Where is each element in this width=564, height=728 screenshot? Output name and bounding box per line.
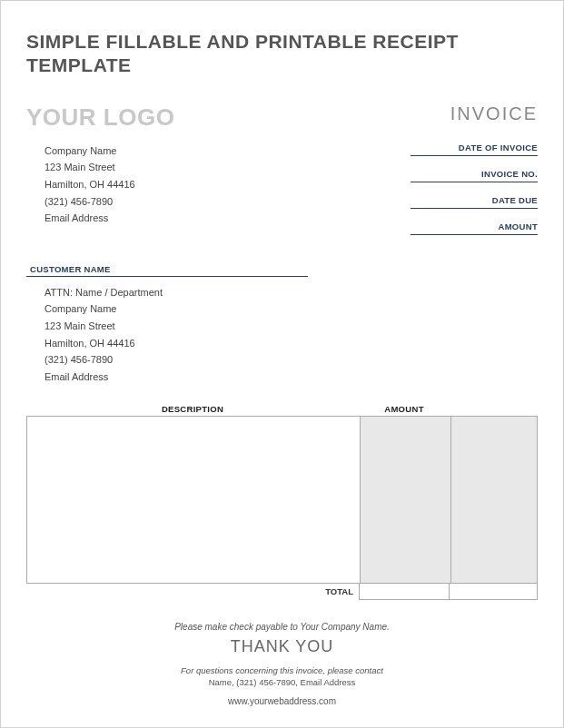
template-title: SIMPLE FILLABLE AND PRINTABLE RECEIPT TE… <box>26 30 538 78</box>
footer-thanks: THANK YOU <box>26 637 538 656</box>
header-row: YOUR LOGO INVOICE <box>26 103 538 132</box>
invoice-meta: DATE OF INVOICE INVOICE NO. DATE DUE AMO… <box>411 143 538 248</box>
meta-line <box>411 181 538 182</box>
column-extra <box>450 417 537 583</box>
logo-placeholder: YOUR LOGO <box>26 103 174 132</box>
table-headers: DESCRIPTION AMOUNT <box>26 404 538 414</box>
meta-amount: AMOUNT <box>411 221 538 235</box>
customer-block: ATTN: Name / Department Company Name 123… <box>26 284 538 386</box>
meta-line <box>411 154 538 156</box>
info-row: Company Name 123 Main Street Hamilton, O… <box>26 143 538 248</box>
company-email: Email Address <box>45 210 135 227</box>
footer-contact-info: Name, (321) 456-7890, Email Address <box>26 677 538 687</box>
invoice-label: INVOICE <box>450 103 538 124</box>
customer-attn: ATTN: Name / Department <box>45 284 538 301</box>
meta-date-due: DATE DUE <box>411 195 538 209</box>
customer-city: Hamilton, OH 44416 <box>45 335 538 352</box>
footer-payable: Please make check payable to Your Compan… <box>26 622 538 632</box>
column-amount <box>360 417 450 583</box>
total-extra-cell <box>450 584 538 600</box>
footer: Please make check payable to Your Compan… <box>26 622 538 706</box>
company-name: Company Name <box>45 143 135 160</box>
meta-line <box>411 233 538 235</box>
total-label: TOTAL <box>26 584 359 600</box>
meta-line <box>411 207 538 209</box>
footer-contact: For questions concerning this invoice, p… <box>26 665 538 675</box>
meta-label: INVOICE NO. <box>411 169 538 179</box>
meta-date-of-invoice: DATE OF INVOICE <box>411 143 538 156</box>
total-amount-cell <box>359 584 450 600</box>
column-description <box>27 417 360 583</box>
customer-company: Company Name <box>45 300 538 318</box>
meta-invoice-no: INVOICE NO. <box>411 169 538 182</box>
meta-label: DATE OF INVOICE <box>411 143 538 152</box>
company-street: 123 Main Street <box>45 159 135 176</box>
total-row: TOTAL <box>26 584 538 600</box>
customer-phone: (321) 456-7890 <box>45 351 538 369</box>
customer-street: 123 Main Street <box>45 318 538 335</box>
meta-label: AMOUNT <box>411 221 538 231</box>
meta-label: DATE DUE <box>411 195 538 205</box>
header-description: DESCRIPTION <box>26 404 359 414</box>
items-table <box>26 416 538 584</box>
customer-name-label: CUSTOMER NAME <box>30 264 538 274</box>
company-city: Hamilton, OH 44416 <box>45 176 135 193</box>
customer-email: Email Address <box>45 369 538 386</box>
header-amount: AMOUNT <box>359 404 450 414</box>
company-block: Company Name 123 Main Street Hamilton, O… <box>26 143 135 227</box>
footer-web: www.yourwebaddress.com <box>26 696 538 706</box>
customer-divider <box>26 276 308 277</box>
company-phone: (321) 456-7890 <box>45 193 135 211</box>
